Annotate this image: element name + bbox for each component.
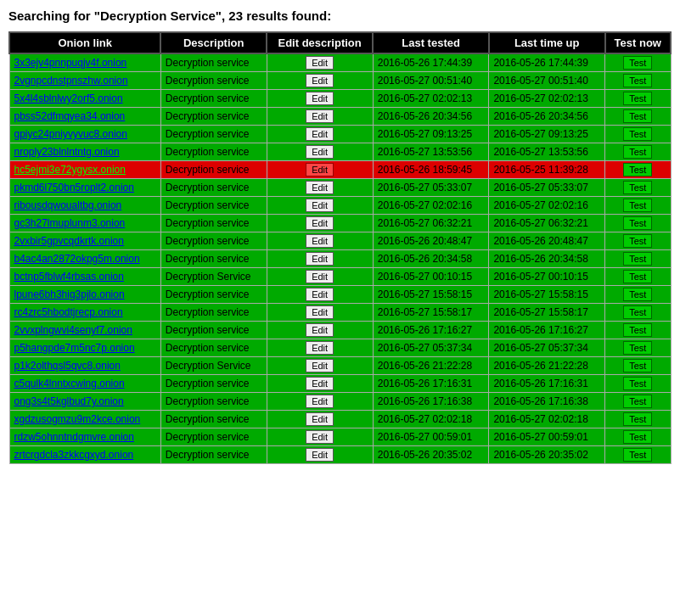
edit-button[interactable]: Edit	[306, 412, 334, 426]
edit-button[interactable]: Edit	[306, 305, 334, 319]
test-button[interactable]: Test	[623, 74, 652, 87]
last-up-cell: 2016-05-25 11:39:28	[489, 161, 605, 179]
onion-link-cell: 2vvxplngwvi4senyf7.onion	[9, 322, 160, 339]
last-tested-cell: 2016-05-26 17:16:27	[373, 322, 489, 339]
test-cell: Test	[605, 215, 671, 232]
description-cell: Decryption service	[160, 339, 267, 357]
description-cell: Decryption Service	[160, 268, 267, 286]
edit-button[interactable]: Edit	[306, 216, 334, 230]
test-button[interactable]: Test	[623, 377, 652, 390]
test-button[interactable]: Test	[623, 252, 652, 266]
onion-link[interactable]: 2vvxplngwvi4senyf7.onion	[14, 324, 132, 336]
test-button[interactable]: Test	[623, 430, 652, 444]
onion-link[interactable]: rc4zrc5hbodtjrecp.onion	[14, 306, 123, 318]
onion-link-cell: 2vxbir5gpvcqdkrtk.onion	[9, 232, 160, 250]
edit-button[interactable]: Edit	[306, 56, 334, 70]
last-tested-cell: 2016-05-26 18:59:45	[373, 161, 489, 179]
test-button[interactable]: Test	[623, 216, 652, 230]
onion-link[interactable]: p1k2olthqsl5qvc8.onion	[14, 360, 121, 372]
test-button[interactable]: Test	[623, 56, 652, 70]
test-cell: Test	[605, 179, 671, 197]
onion-link[interactable]: zrtcrgdcla3zkkcgxyd.onion	[14, 449, 134, 461]
table-row: xgdzusogmzu9m2kce.onionDecryption servic…	[9, 411, 671, 428]
edit-button[interactable]: Edit	[306, 181, 334, 194]
table-row: p5hangpde7m5nc7p.onionDecryption service…	[9, 339, 671, 357]
test-button[interactable]: Test	[623, 359, 652, 372]
test-button[interactable]: Test	[623, 270, 652, 283]
test-button[interactable]: Test	[623, 448, 652, 462]
edit-button[interactable]: Edit	[306, 145, 334, 159]
edit-button[interactable]: Edit	[306, 341, 334, 355]
edit-button[interactable]: Edit	[306, 252, 334, 266]
onion-link[interactable]: ribousdqwoualtbg.onion	[14, 199, 122, 211]
edit-cell: Edit	[267, 357, 373, 375]
test-button[interactable]: Test	[623, 288, 652, 301]
test-button[interactable]: Test	[623, 145, 652, 159]
onion-link[interactable]: 2vxbir5gpvcqdkrtk.onion	[14, 235, 124, 247]
edit-button[interactable]: Edit	[306, 92, 334, 105]
onion-link[interactable]: gc3h27lmuplunm3.onion	[14, 217, 126, 229]
test-button[interactable]: Test	[623, 109, 652, 123]
test-button[interactable]: Test	[623, 92, 652, 105]
test-button[interactable]: Test	[623, 395, 652, 408]
onion-link[interactable]: p5hangpde7m5nc7p.onion	[14, 342, 135, 354]
onion-link[interactable]: lpune6bh3hig3pjlo.onion	[14, 288, 125, 300]
search-header: Searching for "Decryption Service", 23 r…	[8, 8, 672, 23]
edit-button[interactable]: Edit	[306, 359, 334, 372]
edit-button[interactable]: Edit	[306, 127, 334, 141]
onion-link-cell: ribousdqwoualtbg.onion	[9, 197, 160, 215]
test-button[interactable]: Test	[623, 181, 652, 194]
test-button[interactable]: Test	[623, 127, 652, 141]
description-cell: Decryption service	[160, 108, 267, 126]
edit-cell: Edit	[267, 286, 373, 304]
onion-link[interactable]: xgdzusogmzu9m2kce.onion	[14, 413, 141, 425]
edit-button[interactable]: Edit	[306, 199, 334, 212]
test-cell: Test	[605, 339, 671, 357]
test-cell: Test	[605, 72, 671, 90]
edit-button[interactable]: Edit	[306, 288, 334, 301]
edit-button[interactable]: Edit	[306, 377, 334, 390]
edit-button[interactable]: Edit	[306, 163, 334, 176]
last-tested-cell: 2016-05-27 00:10:15	[373, 268, 489, 286]
description-cell: Decryption Service	[160, 357, 267, 375]
test-button[interactable]: Test	[623, 323, 652, 337]
onion-link[interactable]: b4ac4an2872okpg5m.onion	[14, 253, 140, 265]
onion-link[interactable]: pkmd6l750bn5roplt2.onion	[14, 182, 134, 193]
test-button[interactable]: Test	[623, 234, 652, 248]
edit-cell: Edit	[267, 215, 373, 232]
description-cell: Decryption service	[160, 411, 267, 428]
edit-cell: Edit	[267, 268, 373, 286]
edit-button[interactable]: Edit	[306, 109, 334, 123]
col-last-time-up: Last time up	[489, 32, 605, 53]
onion-link[interactable]: hc5ejmi3e72ygysx.onion	[14, 164, 126, 176]
onion-link[interactable]: 5x4l4sblnlwy2orf5.onion	[14, 92, 123, 104]
edit-button[interactable]: Edit	[306, 448, 334, 462]
onion-link[interactable]: 2vgnpcdnstpnszhw.onion	[14, 75, 128, 87]
edit-button[interactable]: Edit	[306, 234, 334, 248]
onion-link-cell: xgdzusogmzu9m2kce.onion	[9, 411, 160, 428]
onion-link[interactable]: pbss52dfmqyea34.onion	[14, 110, 126, 122]
test-button[interactable]: Test	[623, 163, 652, 176]
description-cell: Decryption service	[160, 215, 267, 232]
test-button[interactable]: Test	[623, 341, 652, 355]
edit-button[interactable]: Edit	[306, 270, 334, 283]
edit-button[interactable]: Edit	[306, 74, 334, 87]
onion-link[interactable]: bctnp5fblwf4rbsas.onion	[14, 271, 124, 283]
onion-link[interactable]: gpiyc24pniyvyvuc8.onion	[14, 128, 127, 140]
edit-button[interactable]: Edit	[306, 430, 334, 444]
description-cell: Decryption service	[160, 393, 267, 411]
test-button[interactable]: Test	[623, 199, 652, 212]
test-cell: Test	[605, 446, 671, 464]
test-button[interactable]: Test	[623, 412, 652, 426]
onion-link[interactable]: nroply23blnlntntg.onion	[14, 146, 120, 158]
onion-link-cell: c5qulk4lnntxcwing.onion	[9, 375, 160, 393]
onion-link[interactable]: c5qulk4lnntxcwing.onion	[14, 378, 125, 389]
onion-link[interactable]: ong3s4t5kglbud7y.onion	[14, 395, 124, 407]
test-button[interactable]: Test	[623, 305, 652, 319]
onion-link[interactable]: rdzw5ohnntndgmvre.onion	[14, 431, 134, 443]
onion-link[interactable]: 3x3ejv4pnnpuqjv4f.onion	[14, 57, 127, 69]
onion-link-cell: b4ac4an2872okpg5m.onion	[9, 250, 160, 268]
edit-button[interactable]: Edit	[306, 323, 334, 337]
edit-button[interactable]: Edit	[306, 395, 334, 408]
edit-cell: Edit	[267, 161, 373, 179]
